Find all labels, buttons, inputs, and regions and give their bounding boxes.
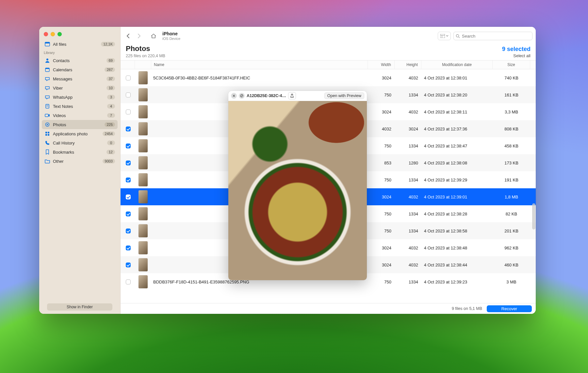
sidebar-item-label: Videos	[53, 113, 105, 118]
quicklook-close-button[interactable]	[231, 93, 237, 99]
share-icon	[290, 93, 294, 98]
row-checkbox[interactable]	[126, 280, 131, 284]
sidebar-item-count: 12	[106, 150, 115, 154]
scrollbar-thumb[interactable]	[532, 203, 535, 229]
thumbnail-icon	[139, 71, 148, 84]
file-height: 1280	[395, 161, 421, 165]
file-width: 750	[368, 212, 395, 216]
column-size[interactable]: Size	[493, 60, 530, 69]
nav-back-button[interactable]	[124, 32, 132, 40]
sidebar-item-count: 37	[106, 76, 115, 81]
svg-rect-12	[48, 132, 49, 133]
thumbnail-icon	[139, 122, 148, 135]
sidebar-item-text-notes[interactable]: Text Notes4	[42, 102, 118, 111]
minimize-icon[interactable]	[51, 32, 55, 36]
row-checkbox[interactable]	[126, 212, 131, 216]
sidebar-item-bookmarks[interactable]: Bookmarks12	[42, 147, 118, 157]
row-checkbox[interactable]	[126, 144, 131, 148]
footer: 9 files on 5,1 MB Recover	[121, 303, 536, 314]
sidebar-item-label: WhatsApp	[53, 95, 105, 100]
close-icon[interactable]	[44, 32, 48, 36]
breadcrumb: iPhone iOS Device	[162, 31, 180, 40]
quicklook-disable-icon[interactable]	[239, 93, 245, 99]
sidebar-item-messages[interactable]: Messages37	[42, 74, 118, 83]
file-size: 3 MB	[493, 280, 530, 284]
sidebar-item-label: Photos	[53, 122, 102, 127]
file-modified: 4 Oct 2023 at 12:38:11	[421, 110, 493, 114]
sidebar-item-whatsapp[interactable]: WhatsApp3	[42, 93, 118, 102]
row-checkbox[interactable]	[126, 246, 131, 250]
show-in-finder-button[interactable]: Show in Finder	[47, 303, 112, 311]
file-modified: 4 Oct 2023 at 12:39:23	[421, 280, 493, 284]
sidebar-item-calendars[interactable]: Calendars287	[42, 65, 118, 74]
file-size: 740 KB	[493, 76, 530, 80]
sidebar-item-label: Calendars	[53, 67, 102, 72]
thumbnail-icon	[139, 88, 148, 101]
row-checkbox[interactable]	[126, 76, 131, 80]
fullscreen-icon[interactable]	[57, 32, 62, 36]
message-icon	[44, 85, 50, 91]
sidebar-item-photos[interactable]: Photos225	[42, 120, 118, 129]
files-icon	[44, 41, 50, 47]
file-height: 3024	[395, 127, 421, 131]
svg-rect-1	[45, 42, 50, 43]
row-checkbox[interactable]	[126, 263, 131, 267]
file-size: 82 KB	[493, 212, 530, 216]
view-options-button[interactable]	[438, 32, 451, 40]
page-subtitle: 225 files on 220,4 MB	[126, 54, 165, 58]
file-modified: 4 Oct 2023 at 12:38:20	[421, 93, 493, 97]
sidebar-item-videos[interactable]: Videos7	[42, 111, 118, 120]
page-title: Photos	[126, 44, 165, 53]
row-checkbox[interactable]	[126, 93, 131, 97]
quicklook-popover: A12DB25E-382C-4… Open with Preview	[228, 91, 367, 280]
open-with-preview-button[interactable]: Open with Preview	[324, 93, 364, 99]
file-height: 4032	[395, 110, 421, 114]
thumbnail-icon	[139, 258, 148, 271]
file-size: 460 KB	[493, 263, 530, 267]
file-size: 458 KB	[493, 144, 530, 148]
file-width: 4032	[368, 127, 395, 131]
sidebar-item-label: Contacts	[53, 58, 104, 63]
file-height: 1334	[395, 280, 421, 284]
share-button[interactable]	[288, 92, 296, 99]
row-checkbox[interactable]	[126, 229, 131, 233]
search-input[interactable]	[461, 33, 530, 39]
file-size: 201 KB	[493, 229, 530, 233]
file-height: 4032	[395, 76, 421, 80]
file-size: 1,8 MB	[493, 195, 530, 199]
sidebar-item-viber[interactable]: Viber10	[42, 83, 118, 93]
sidebar-item-count: 7	[107, 113, 115, 118]
row-checkbox[interactable]	[126, 195, 131, 199]
selection-count: 9 selected	[502, 46, 531, 53]
column-name[interactable]: Name	[151, 60, 368, 69]
file-width: 3024	[368, 76, 395, 80]
sidebar-item-call-history[interactable]: Call History0	[42, 138, 118, 147]
recover-button[interactable]: Recover	[487, 305, 532, 312]
column-width[interactable]: Width	[368, 60, 395, 69]
row-checkbox[interactable]	[126, 127, 131, 131]
select-all-button[interactable]: Select all	[502, 53, 531, 58]
home-button[interactable]	[149, 32, 158, 40]
svg-rect-13	[45, 134, 47, 136]
sidebar-item-all-files[interactable]: All files 12,1K	[42, 40, 118, 49]
search-field[interactable]	[453, 32, 532, 40]
sidebar-item-count: 9003	[103, 159, 115, 163]
sidebar-item-contacts[interactable]: Contacts69	[42, 56, 118, 65]
file-height: 1334	[395, 144, 421, 148]
sidebar-item-label: All files	[53, 42, 98, 47]
column-modification[interactable]: Modification date	[421, 60, 493, 69]
sidebar-item-label: Bookmarks	[53, 150, 104, 155]
sidebar-item-other[interactable]: Other9003	[42, 157, 118, 166]
file-modified: 4 Oct 2023 at 12:38:08	[421, 161, 493, 165]
device-subtitle: iOS Device	[162, 37, 180, 41]
nav-forward-button[interactable]	[135, 32, 143, 40]
row-checkbox[interactable]	[126, 178, 131, 182]
sidebar-item-label: Messages	[53, 76, 104, 81]
folder-icon	[44, 158, 50, 164]
row-checkbox[interactable]	[126, 110, 131, 114]
file-modified: 4 Oct 2023 at 12:38:58	[421, 229, 493, 233]
sidebar-item-applications-photo[interactable]: Applications photo2454	[42, 129, 118, 138]
column-height[interactable]: Height	[395, 60, 421, 69]
row-checkbox[interactable]	[126, 161, 131, 165]
table-row[interactable]: 5C3C645B-0F30-4BB2-BE6F-5184F38741FF.HEI…	[121, 69, 536, 86]
